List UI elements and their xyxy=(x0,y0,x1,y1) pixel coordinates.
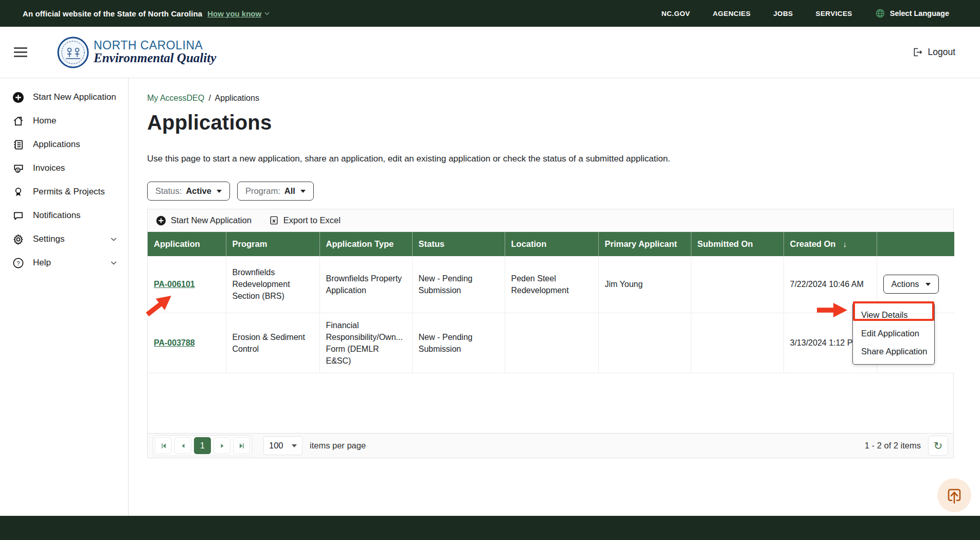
sidebar-item-help[interactable]: ? Help xyxy=(0,251,128,275)
sidebar-item-notifications[interactable]: Notifications xyxy=(0,204,128,227)
topbar-link-services[interactable]: SERVICES xyxy=(816,10,852,17)
col-header-submitted-on[interactable]: Submitted On xyxy=(691,232,783,256)
start-new-application-button[interactable]: Start New Application xyxy=(156,215,252,226)
menu-item-edit-application[interactable]: Edit Application xyxy=(853,325,934,343)
app-header: NORTH CAROLINA Environmental Quality Log… xyxy=(0,27,980,78)
applications-icon xyxy=(12,139,24,151)
actions-dropdown-button[interactable]: Actions xyxy=(883,275,939,294)
page-1-button[interactable]: 1 xyxy=(194,437,211,454)
excel-icon xyxy=(269,215,279,225)
previous-page-button[interactable] xyxy=(174,437,191,454)
how-you-know-link[interactable]: How you know xyxy=(207,9,271,18)
chevron-down-icon xyxy=(263,10,271,17)
topbar-link-jobs[interactable]: JOBS xyxy=(773,10,793,17)
col-header-created-on[interactable]: Created On↓ xyxy=(783,232,877,256)
breadcrumb-current: Applications xyxy=(215,94,259,102)
sidebar-item-applications[interactable]: Applications xyxy=(0,133,128,156)
caret-down-icon xyxy=(925,283,931,286)
grid-empty-area xyxy=(148,373,953,433)
col-header-primary-applicant[interactable]: Primary Applicant xyxy=(598,232,691,256)
table-header-row: Application Program Application Type Sta… xyxy=(148,232,954,256)
cell-location: Peden Steel Redevelopment xyxy=(505,256,598,313)
cell-status: New - Pending Submission xyxy=(412,313,505,373)
items-per-page-label: items per page xyxy=(310,441,366,451)
breadcrumb: My AccessDEQ / Applications xyxy=(147,94,954,103)
cell-program: Erosion & Sediment Control xyxy=(226,313,319,373)
sidebar-item-invoices[interactable]: $ Invoices xyxy=(0,156,128,180)
col-header-actions xyxy=(877,232,954,256)
next-page-button[interactable] xyxy=(213,437,230,454)
cell-submitted-on xyxy=(691,256,783,313)
filter-bar: Status: Active Program: All xyxy=(147,182,954,201)
status-filter-dropdown[interactable]: Status: Active xyxy=(147,182,230,201)
menu-item-share-application[interactable]: Share Application xyxy=(853,343,934,361)
first-page-button[interactable] xyxy=(155,437,172,454)
cell-program: Brownfields Redevelopment Section (BRS) xyxy=(226,256,319,313)
caret-down-icon xyxy=(300,190,306,193)
home-icon xyxy=(12,115,24,127)
cell-submitted-on xyxy=(691,313,783,373)
sidebar-item-start-new-application[interactable]: Start New Application xyxy=(0,85,128,109)
application-link-pa-003788[interactable]: PA-003788 xyxy=(154,338,195,347)
previous-page-icon xyxy=(180,443,186,449)
program-filter-dropdown[interactable]: Program: All xyxy=(237,182,314,201)
col-header-program[interactable]: Program xyxy=(226,232,319,256)
pagination-range-label: 1 - 2 of 2 items xyxy=(865,441,921,451)
logout-button[interactable]: Logout xyxy=(912,47,955,58)
select-language-button[interactable]: Select Language xyxy=(875,8,949,19)
sidebar: Start New Application Home Applications … xyxy=(0,78,129,516)
applications-table: Application Program Application Type Sta… xyxy=(148,232,954,373)
cell-application-type: Financial Responsibility/Own... Form (DE… xyxy=(319,313,412,373)
pagination-bar: 1 100 items per page 1 - 2 of 2 items xyxy=(148,433,953,458)
cell-location xyxy=(505,313,598,373)
actions-dropdown-menu: View Details Edit Application Share Appl… xyxy=(852,302,935,365)
table-row: PA-003788 Erosion & Sediment Control Fin… xyxy=(148,313,954,373)
caret-down-icon xyxy=(292,444,297,447)
sidebar-item-home[interactable]: Home xyxy=(0,109,128,133)
page-size-select[interactable]: 100 xyxy=(263,436,302,455)
page-description: Use this page to start a new application… xyxy=(147,154,954,164)
sidebar-item-settings[interactable]: Settings xyxy=(0,227,128,251)
sort-descending-icon: ↓ xyxy=(843,240,847,248)
applications-grid: Start New Application Export to Excel Ap… xyxy=(147,209,954,458)
logo-line2: Environmental Quality xyxy=(94,51,216,65)
application-link-pa-006101[interactable]: PA-006101 xyxy=(154,280,195,289)
col-header-application[interactable]: Application xyxy=(148,232,226,256)
last-page-icon xyxy=(238,442,245,449)
export-to-excel-button[interactable]: Export to Excel xyxy=(269,215,341,225)
sidebar-item-permits-projects[interactable]: Permits & Projects xyxy=(0,180,128,204)
main-content: My AccessDEQ / Applications Applications… xyxy=(129,78,980,516)
invoices-icon: $ xyxy=(12,163,24,174)
official-website-text: An official website of the State of Nort… xyxy=(23,9,202,18)
menu-item-view-details[interactable]: View Details xyxy=(853,306,934,325)
breadcrumb-my-accessdeq[interactable]: My AccessDEQ xyxy=(147,94,204,102)
feedback-floating-button[interactable] xyxy=(937,478,971,512)
cell-status: New - Pending Submission xyxy=(412,256,505,313)
topbar-link-ncgov[interactable]: NC.GOV xyxy=(662,10,690,17)
refresh-button[interactable]: ↻ xyxy=(928,436,948,456)
col-header-status[interactable]: Status xyxy=(412,232,505,256)
export-arrow-icon xyxy=(945,486,964,505)
col-header-application-type[interactable]: Application Type xyxy=(319,232,412,256)
plus-circle-icon xyxy=(12,92,24,103)
notifications-icon xyxy=(12,210,24,222)
refresh-icon: ↻ xyxy=(934,440,943,452)
chevron-down-icon xyxy=(110,235,118,243)
grid-toolbar: Start New Application Export to Excel xyxy=(148,209,953,232)
permits-icon xyxy=(12,186,24,198)
top-utility-bar: An official website of the State of Nort… xyxy=(0,0,980,27)
cell-primary-applicant: Jim Young xyxy=(598,256,691,313)
first-page-icon xyxy=(160,442,167,449)
chevron-down-icon xyxy=(110,259,118,267)
topbar-link-agencies[interactable]: AGENCIES xyxy=(712,10,751,17)
last-page-button[interactable] xyxy=(233,437,250,454)
page-title: Applications xyxy=(147,111,954,134)
col-header-location[interactable]: Location xyxy=(505,232,598,256)
menu-icon[interactable] xyxy=(14,47,27,57)
svg-text:?: ? xyxy=(16,260,20,266)
table-row: PA-006101 Brownfields Redevelopment Sect… xyxy=(148,256,954,313)
page-footer xyxy=(0,516,980,540)
globe-icon xyxy=(875,8,885,19)
svg-text:$: $ xyxy=(16,168,19,172)
cell-application-type: Brownfields Property Application xyxy=(319,256,412,313)
